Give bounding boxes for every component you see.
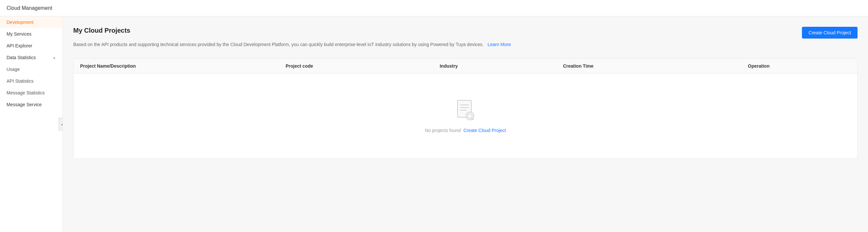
sidebar-collapse-button[interactable]: ◀ — [59, 118, 63, 131]
sidebar-item-data-statistics[interactable]: Data Statistics ▲ — [0, 52, 62, 63]
sidebar-item-label: Message Service — [6, 102, 41, 107]
chevron-left-icon: ◀ — [61, 123, 63, 126]
sidebar-item-label: API Statistics — [6, 78, 33, 84]
page-description: Based on the API products and supporting… — [73, 41, 511, 48]
sidebar-item-usage[interactable]: Usage — [0, 63, 62, 75]
description-text: Based on the API products and supporting… — [73, 42, 484, 47]
table-header: Project Name/Description Project code In… — [73, 59, 857, 73]
main-layout: Development My Services API Explorer Dat… — [0, 16, 868, 232]
sidebar-item-label: API Explorer — [6, 43, 32, 48]
empty-state-icon — [455, 99, 476, 123]
create-cloud-project-button[interactable]: Create Cloud Project — [802, 27, 858, 39]
page-title: My Cloud Projects — [73, 27, 511, 34]
chevron-up-icon: ▲ — [53, 56, 56, 60]
empty-state-message: No projects found Create Cloud Project — [425, 128, 506, 133]
column-project-code: Project code — [285, 63, 440, 69]
top-bar: Cloud Management — [0, 0, 868, 16]
sidebar-item-label: Usage — [6, 67, 20, 72]
column-project-name: Project Name/Description — [80, 63, 285, 69]
empty-text-label: No projects found — [425, 128, 461, 133]
content-area: My Cloud Projects Based on the API produ… — [63, 16, 868, 232]
sidebar-item-message-service[interactable]: Message Service — [0, 99, 62, 110]
sidebar-item-label: Data Statistics — [6, 55, 36, 60]
sidebar-item-message-statistics[interactable]: Message Statistics — [0, 87, 62, 99]
projects-table: Project Name/Description Project code In… — [73, 59, 858, 159]
sidebar: Development My Services API Explorer Dat… — [0, 16, 63, 232]
sidebar-item-label: Development — [6, 20, 34, 25]
sidebar-item-api-statistics[interactable]: API Statistics — [0, 75, 62, 87]
column-creation-time: Creation Time — [563, 63, 748, 69]
sidebar-item-my-services[interactable]: My Services — [0, 28, 62, 40]
empty-create-project-link[interactable]: Create Cloud Project — [463, 128, 506, 133]
page-header-title: Cloud Management — [6, 5, 52, 11]
column-operation: Operation — [748, 63, 851, 69]
sidebar-item-api-explorer[interactable]: API Explorer — [0, 40, 62, 52]
table-body: No projects found Create Cloud Project — [73, 73, 857, 159]
column-industry: Industry — [440, 63, 563, 69]
sidebar-item-label: Message Statistics — [6, 90, 45, 95]
sidebar-item-label: My Services — [6, 31, 31, 37]
content-header-row: My Cloud Projects Based on the API produ… — [73, 27, 858, 56]
sidebar-item-development[interactable]: Development — [0, 16, 62, 28]
learn-more-link[interactable]: Learn More — [488, 42, 511, 47]
content-left: My Cloud Projects Based on the API produ… — [73, 27, 511, 56]
